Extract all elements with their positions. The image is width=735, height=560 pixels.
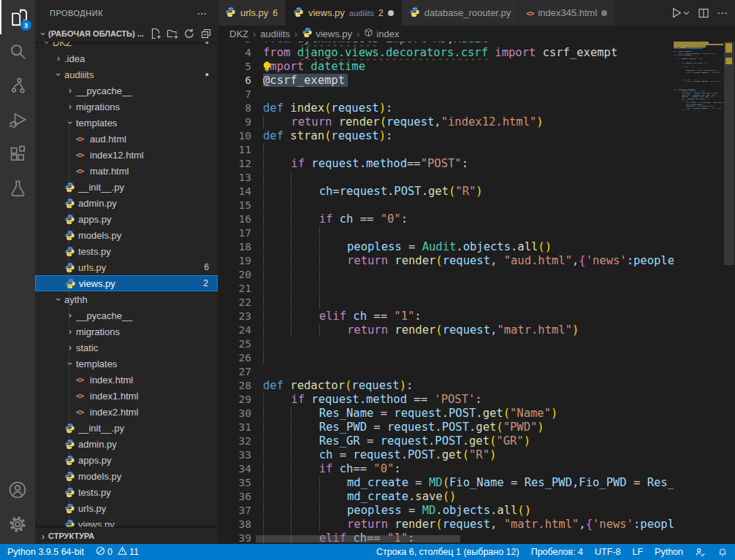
code-line[interactable]: 29 if request.method == 'POST': (218, 393, 674, 407)
breadcrumb-item[interactable]: audiiits (260, 28, 289, 39)
tree-item[interactable]: ›static (35, 340, 218, 356)
tree-item[interactable]: views.py (35, 516, 218, 527)
testing-view-button[interactable] (0, 172, 35, 206)
tree-item[interactable]: <>matr.html (35, 163, 218, 179)
tree-item[interactable]: tests.py (35, 484, 218, 500)
cursor-position[interactable]: Строка 6, столбец 1 (выбрано 12) (376, 547, 519, 557)
code-line[interactable]: 34 if ch== "0": (218, 462, 674, 476)
code-line[interactable]: 8def index(request): (218, 101, 674, 115)
python-interpreter[interactable]: Python 3.9.5 64-bit (7, 547, 84, 557)
tree-item[interactable]: tests.py (35, 243, 218, 259)
line-number[interactable]: 12 (218, 157, 251, 171)
code-line[interactable]: 9 return render(request,"index12.html") (218, 115, 674, 129)
code-line[interactable]: 38 return render(request, "matr.html",{'… (218, 518, 674, 532)
code-line[interactable]: 33 ch = request.POST.get("R") (218, 448, 674, 462)
line-number[interactable]: 6 (218, 74, 251, 88)
tree-item[interactable]: __init__.py (35, 420, 218, 436)
tree-item[interactable]: admin.py (35, 195, 218, 211)
line-number[interactable]: 39 (218, 532, 251, 544)
line-number[interactable]: 31 (218, 421, 251, 434)
outline-section-header[interactable]: › СТРУКТУРА (35, 527, 218, 544)
code-line[interactable]: 15 (218, 199, 674, 212)
line-number[interactable]: 32 (218, 434, 251, 448)
code-line[interactable]: 12 if request.method=="POST": (218, 157, 674, 171)
collapse-folders-button[interactable] (200, 28, 212, 39)
code-line[interactable]: 30 Res_Name = request.POST.get("Name") (218, 407, 674, 421)
line-number[interactable]: 36 (218, 490, 251, 504)
code-line[interactable]: 7 (218, 88, 674, 101)
tree-item[interactable]: ›aythh (35, 291, 218, 307)
notifications-bell-icon[interactable] (717, 547, 728, 557)
code-line[interactable]: 5import datetime (218, 60, 674, 74)
vertical-scrollbar[interactable] (723, 42, 735, 544)
code-line[interactable]: 23 elif ch == "1": (218, 310, 674, 323)
tree-item[interactable]: ›__pycache__ (35, 83, 218, 99)
indentation-setting[interactable]: Пробелов: 4 (531, 547, 583, 557)
code-line[interactable]: 20 (218, 268, 674, 282)
editor-tab[interactable]: urls.py6 (218, 0, 286, 26)
editor-tab[interactable]: database_roouter.py (402, 0, 519, 26)
line-number[interactable]: 11 (218, 143, 251, 157)
scrollbar-thumb[interactable] (724, 42, 734, 265)
code-line[interactable]: 18 peopless = Audit.objects.all() (218, 240, 674, 254)
tree-item[interactable]: admin.py (35, 436, 218, 452)
code-line[interactable]: 35 md_create = MD(Fio_Name = Res_PWD,Fio… (218, 476, 674, 490)
code-line[interactable]: 17 (218, 226, 674, 240)
code-line[interactable]: 32 Res_GR = request.POST.get("GR") (218, 434, 674, 448)
tree-item[interactable]: <>index12.html (35, 147, 218, 163)
line-number[interactable]: 30 (218, 407, 251, 421)
line-number[interactable]: 13 (218, 171, 251, 185)
code-line[interactable]: 25 (218, 337, 674, 351)
tree-item[interactable]: urls.py (35, 500, 218, 516)
eol-setting[interactable]: LF (632, 547, 643, 557)
code-line[interactable]: 6@csrf_exempt (218, 74, 674, 88)
tree-item[interactable]: __init__.py (35, 179, 218, 195)
code-line[interactable]: 14 ch=request.POST.get("R") (218, 185, 674, 199)
tree-item[interactable]: models.py (35, 468, 218, 484)
code-line[interactable]: 28def redactor(request): (218, 379, 674, 393)
tree-item[interactable]: ›migrations (35, 99, 218, 115)
line-number[interactable]: 27 (218, 365, 251, 379)
tree-item[interactable]: views.py2 (35, 275, 218, 291)
extensions-view-button[interactable] (0, 137, 35, 172)
tree-item[interactable]: apps.py (35, 211, 218, 227)
code-line[interactable]: 10def stran(request): (218, 129, 674, 143)
editor-tab[interactable]: views.pyaudiiits2 (286, 0, 402, 26)
line-number[interactable]: 22 (218, 296, 251, 310)
line-number[interactable]: 25 (218, 337, 251, 351)
tree-item[interactable]: ›templates (35, 115, 218, 131)
code-line[interactable]: 31 Res_PWD = request.POST.get("PWD") (218, 421, 674, 434)
line-number[interactable]: 17 (218, 226, 251, 240)
minimap[interactable]: from aythh.models import MD,Auditfrom dj… (674, 42, 723, 544)
line-number[interactable]: 23 (218, 310, 251, 323)
line-number[interactable]: 38 (218, 518, 251, 532)
line-number[interactable]: 14 (218, 185, 251, 199)
tree-item[interactable]: urls.py6 (35, 259, 218, 275)
code-line[interactable]: 13 (218, 171, 674, 185)
editor-tab[interactable]: <>index345.html (519, 0, 615, 26)
code-line[interactable]: 36 md_create.save() (218, 490, 674, 504)
line-number[interactable]: 10 (218, 129, 251, 143)
tree-item[interactable]: <>index.html (35, 372, 218, 388)
line-number[interactable]: 20 (218, 268, 251, 282)
source-control-view-button[interactable] (0, 69, 35, 103)
line-number[interactable]: 26 (218, 351, 251, 365)
line-number[interactable]: 8 (218, 101, 251, 115)
line-number[interactable]: 28 (218, 379, 251, 393)
tree-item[interactable]: models.py (35, 227, 218, 243)
code-line[interactable]: 24 return render(request,"matr.html") (218, 323, 674, 337)
tree-item[interactable]: ›DKZ● (35, 42, 218, 50)
line-number[interactable]: 7 (218, 88, 251, 101)
code-editor[interactable]: 3from aythh.models import MD,Audit4from … (218, 42, 735, 544)
new-file-button[interactable] (150, 28, 161, 39)
workspace-section-header[interactable]: › (РАБОЧАЯ ОБЛАСТЬ) ... (35, 26, 218, 42)
refresh-icon[interactable] (183, 28, 195, 39)
language-mode[interactable]: Python (655, 547, 683, 557)
line-number[interactable]: 34 (218, 462, 251, 476)
line-number[interactable]: 16 (218, 212, 251, 226)
tree-item[interactable]: apps.py (35, 452, 218, 468)
line-number[interactable]: 35 (218, 476, 251, 490)
code-line[interactable]: 21 (218, 282, 674, 296)
code-line[interactable]: 27 (218, 365, 674, 379)
tree-item[interactable]: <>index2.html (35, 404, 218, 420)
